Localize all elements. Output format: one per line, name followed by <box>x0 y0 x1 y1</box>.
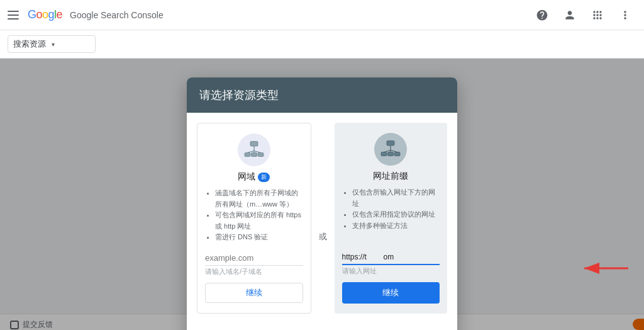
dialog-footer: 了解详情 取消 <box>187 324 457 330</box>
svg-rect-1 <box>245 153 250 157</box>
search-bar-area: 搜索资源 ▾ <box>0 30 644 59</box>
svg-line-7 <box>254 151 261 153</box>
new-badge: 新 <box>258 173 270 182</box>
google-logo: Google <box>28 8 62 21</box>
url-input[interactable] <box>342 250 440 264</box>
bullet-2: 可包含网域对应的所有 https 或 http 网址 <box>215 210 303 232</box>
dialog-header: 请选择资源类型 <box>187 77 457 113</box>
svg-rect-8 <box>387 141 394 146</box>
app-name: Google Search Console <box>70 10 164 20</box>
more-icon[interactable] <box>614 4 636 26</box>
domain-title: 网域 新 <box>238 171 270 183</box>
url-input-group: 请输入网址 <box>342 250 440 276</box>
red-arrow-indicator <box>581 259 631 280</box>
dialog-body: 网域 新 涵盖域名下的所有子网域的所有网址（m…www 等） 可包含网域对应的所… <box>187 113 457 324</box>
domain-panel: 网域 新 涵盖域名下的所有子网域的所有网址（m…www 等） 可包含网域对应的所… <box>197 123 311 314</box>
topbar-left: Google Google Search Console <box>8 8 164 23</box>
svg-rect-3 <box>258 153 264 157</box>
domain-input[interactable] <box>205 251 303 266</box>
account-icon[interactable] <box>558 4 581 26</box>
url-input-wrapper <box>342 250 440 265</box>
svg-rect-0 <box>250 142 258 147</box>
or-divider: 或 <box>319 123 327 314</box>
svg-rect-9 <box>381 152 387 156</box>
topbar-right <box>531 4 636 26</box>
main-content: 请选择资源类型 <box>0 59 644 330</box>
chevron-down-icon: ▾ <box>52 41 90 48</box>
url-prefix-icon <box>374 133 407 166</box>
resource-type-dialog: 请选择资源类型 <box>187 77 457 330</box>
svg-line-13 <box>384 151 391 152</box>
url-bullet-2: 仅包含采用指定协议的网址 <box>352 209 440 220</box>
url-bullet-1: 仅包含所输入网址下方的网址 <box>352 187 440 209</box>
url-continue-button[interactable]: 继续 <box>342 282 440 304</box>
svg-rect-11 <box>394 152 400 156</box>
search-dropdown[interactable]: 搜索资源 ▾ <box>8 35 96 53</box>
menu-button[interactable] <box>8 8 23 23</box>
svg-line-5 <box>247 151 254 153</box>
domain-input-hint: 请输入域名/子域名 <box>205 267 303 276</box>
url-prefix-panel: 网址前缀 仅包含所输入网址下方的网址 仅包含采用指定协议的网址 支持多种验证方法… <box>335 123 448 314</box>
url-prefix-title: 网址前缀 <box>373 171 408 182</box>
domain-continue-button[interactable]: 继续 <box>205 283 303 303</box>
domain-input-group: 请输入域名/子域名 <box>205 251 303 276</box>
domain-icon <box>238 134 270 166</box>
svg-rect-10 <box>388 152 394 156</box>
bullet-3: 需进行 DNS 验证 <box>215 232 303 243</box>
svg-line-15 <box>391 151 397 152</box>
bullet-1: 涵盖域名下的所有子网域的所有网址（m…www 等） <box>215 188 303 210</box>
url-prefix-bullets: 仅包含所输入网址下方的网址 仅包含采用指定协议的网址 支持多种验证方法 <box>342 187 440 231</box>
help-icon[interactable] <box>531 4 553 26</box>
url-input-hint: 请输入网址 <box>342 266 440 276</box>
topbar: Google Google Search Console <box>0 0 644 30</box>
apps-icon[interactable] <box>586 4 609 26</box>
svg-rect-2 <box>251 153 257 157</box>
dialog-overlay: 请选择资源类型 <box>0 59 644 330</box>
search-placeholder: 搜索资源 <box>13 38 52 50</box>
url-bullet-3: 支持多种验证方法 <box>352 220 440 232</box>
domain-bullets: 涵盖域名下的所有子网域的所有网址（m…www 等） 可包含网域对应的所有 htt… <box>205 188 303 243</box>
dialog-title: 请选择资源类型 <box>199 88 445 103</box>
